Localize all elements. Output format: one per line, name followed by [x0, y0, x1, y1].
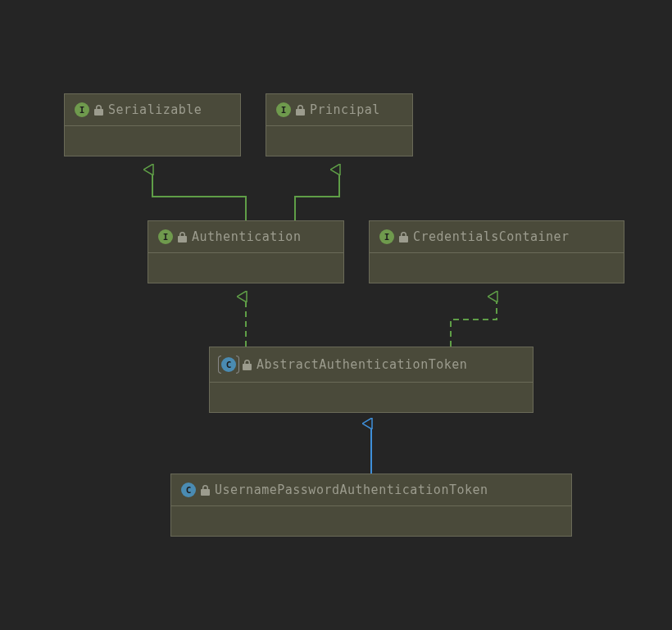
node-body	[370, 253, 624, 283]
lock-icon	[399, 232, 408, 242]
abstract-class-icon: C	[220, 356, 238, 374]
edge-auth-to-principal	[295, 170, 339, 220]
node-title: Principal	[310, 102, 380, 117]
node-body	[65, 126, 240, 156]
edge-auth-to-serializable	[152, 170, 246, 220]
node-header: I Principal	[266, 94, 412, 126]
node-body	[171, 506, 571, 536]
lock-icon	[94, 105, 103, 116]
node-authentication[interactable]: I Authentication	[148, 220, 344, 283]
node-header: I Serializable	[65, 94, 240, 126]
node-header: C UsernamePasswordAuthenticationToken	[171, 474, 571, 506]
node-credentials-container[interactable]: I CredentialsContainer	[369, 220, 624, 283]
node-header: C AbstractAuthenticationToken	[210, 347, 533, 383]
node-body	[210, 383, 533, 412]
node-principal[interactable]: I Principal	[266, 93, 413, 156]
lock-icon	[243, 360, 252, 370]
edge-abstract-to-credentials	[451, 297, 497, 347]
node-body	[148, 253, 343, 283]
uml-diagram-canvas: I Serializable I Principal I Authenticat…	[0, 0, 672, 630]
interface-icon: I	[158, 229, 173, 244]
node-title: CredentialsContainer	[413, 229, 570, 244]
class-icon: C	[181, 483, 196, 497]
interface-icon: I	[276, 102, 291, 117]
node-username-password-authentication-token[interactable]: C UsernamePasswordAuthenticationToken	[170, 474, 572, 537]
node-serializable[interactable]: I Serializable	[64, 93, 241, 156]
node-title: Serializable	[108, 102, 202, 117]
node-title: AbstractAuthenticationToken	[257, 357, 467, 372]
node-header: I CredentialsContainer	[370, 221, 624, 253]
interface-icon: I	[379, 229, 394, 244]
class-icon: C	[221, 357, 236, 372]
node-header: I Authentication	[148, 221, 343, 253]
interface-icon: I	[75, 102, 89, 117]
node-title: Authentication	[192, 229, 301, 244]
node-title: UsernamePasswordAuthenticationToken	[215, 483, 488, 497]
lock-icon	[178, 232, 187, 242]
lock-icon	[201, 485, 210, 496]
lock-icon	[296, 105, 305, 116]
node-body	[266, 126, 412, 156]
node-abstract-authentication-token[interactable]: C AbstractAuthenticationToken	[209, 347, 534, 413]
